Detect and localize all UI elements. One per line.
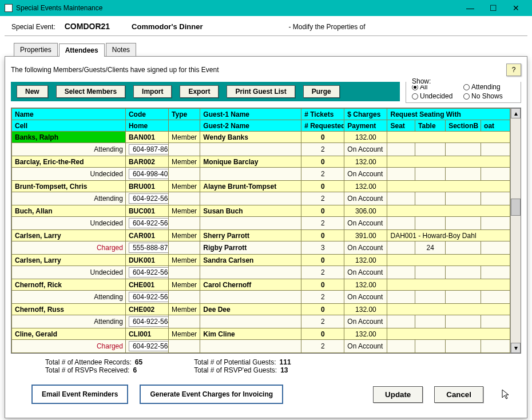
import-button[interactable]: Import bbox=[133, 85, 172, 98]
cell-guest1[interactable]: Wendy Banks bbox=[200, 132, 301, 143]
cell-status[interactable]: Undecided bbox=[12, 217, 126, 230]
col-section[interactable]: SectionB bbox=[446, 120, 481, 132]
cell-phone[interactable]: 604-998-4023 bbox=[125, 168, 168, 181]
cell-type[interactable]: Member bbox=[169, 230, 200, 241]
cell-seat[interactable] bbox=[387, 266, 415, 279]
tab-properties[interactable]: Properties bbox=[14, 43, 58, 56]
cell-boat[interactable] bbox=[481, 192, 510, 205]
table-row[interactable]: Undecided604-998-40232On Account bbox=[12, 168, 510, 181]
cell-phone[interactable]: 604-922-5646 bbox=[125, 217, 168, 230]
cell-guest1[interactable]: Sandra Carlsen bbox=[200, 255, 301, 266]
cell-code[interactable]: BUC001 bbox=[125, 205, 168, 217]
table-row[interactable]: Cline, GeraldCLI001MemberKim Cline0132.0… bbox=[12, 328, 510, 340]
cell-seat[interactable] bbox=[387, 241, 415, 255]
scroll-thumb[interactable] bbox=[511, 199, 521, 216]
cell-charges[interactable]: 132.00 bbox=[344, 328, 387, 340]
tab-notes[interactable]: Notes bbox=[106, 43, 136, 56]
cell-section[interactable] bbox=[446, 291, 481, 304]
cell-section[interactable] bbox=[446, 340, 481, 353]
select-members-button[interactable]: Select Members bbox=[56, 85, 125, 98]
purge-button[interactable]: Purge bbox=[303, 85, 340, 98]
col-request-seating[interactable]: Request Seating With bbox=[387, 109, 510, 120]
cell-name[interactable]: Banks, Ralph bbox=[12, 132, 126, 143]
cell-type[interactable]: Member bbox=[169, 328, 200, 340]
table-row[interactable]: Charged555-888-8765Rigby Parrott3On Acco… bbox=[12, 241, 510, 255]
cell-name[interactable]: Carlsen, Larry bbox=[12, 255, 126, 266]
cell-charges[interactable]: 132.00 bbox=[344, 132, 387, 143]
cell-seating[interactable]: DAH001 - Howard-Boy Dahl bbox=[387, 230, 510, 241]
table-row[interactable]: Charged604-922-56462On Account bbox=[12, 340, 510, 353]
table-row[interactable]: Chernoff, RussCHE002MemberDee Dee0132.00 bbox=[12, 304, 510, 315]
cell-charges[interactable]: 132.00 bbox=[344, 181, 387, 192]
cell-table[interactable] bbox=[415, 192, 446, 205]
cell-type[interactable]: Member bbox=[169, 255, 200, 266]
cell-type[interactable]: Member bbox=[169, 156, 200, 168]
cell-tickets[interactable]: 0 bbox=[301, 181, 344, 192]
cell-guest2[interactable] bbox=[200, 168, 301, 181]
cell-status[interactable]: Attending bbox=[12, 192, 126, 205]
cell-phone[interactable]: 604-922-5646 bbox=[125, 291, 168, 304]
cell-name[interactable]: Barclay, Eric-the-Red bbox=[12, 156, 126, 168]
col-code[interactable]: Code bbox=[125, 109, 168, 120]
cell-phone[interactable]: 604-922-5646 bbox=[125, 340, 168, 353]
cell-guest1[interactable]: Susan Buch bbox=[200, 205, 301, 217]
cell-code[interactable]: BAR002 bbox=[125, 156, 168, 168]
cell-seating[interactable] bbox=[387, 279, 510, 291]
cell-table[interactable] bbox=[415, 340, 446, 353]
cell-charges[interactable]: 132.00 bbox=[344, 304, 387, 315]
cell-section[interactable] bbox=[446, 168, 481, 181]
cell-boat[interactable] bbox=[481, 340, 510, 353]
cell-code[interactable]: BAN001 bbox=[125, 132, 168, 143]
print-guest-list-button[interactable]: Print Guest List bbox=[227, 85, 295, 98]
cell-type[interactable]: Member bbox=[169, 205, 200, 217]
cell-table[interactable]: 24 bbox=[415, 241, 446, 255]
cell-section[interactable] bbox=[446, 143, 481, 156]
cell-charges[interactable]: 132.00 bbox=[344, 156, 387, 168]
table-row[interactable]: Buch, AllanBUC001MemberSusan Buch0306.00 bbox=[12, 205, 510, 217]
cell-table[interactable] bbox=[415, 266, 446, 279]
cell-status[interactable]: Undecided bbox=[12, 266, 126, 279]
col-table[interactable]: Table bbox=[415, 120, 446, 132]
table-row[interactable]: Undecided604-922-56462On Account bbox=[12, 266, 510, 279]
cell-type[interactable]: Member bbox=[169, 132, 200, 143]
cell-seating[interactable] bbox=[387, 205, 510, 217]
table-row[interactable]: Carlsen, LarryCAR001MemberSherry Parrott… bbox=[12, 230, 510, 241]
cell-tickets[interactable]: 0 bbox=[301, 230, 344, 241]
table-row[interactable]: Barclay, Eric-the-RedBAR002MemberMonique… bbox=[12, 156, 510, 168]
cell-name[interactable]: Chernoff, Russ bbox=[12, 304, 126, 315]
cell-name[interactable]: Chernoff, Rick bbox=[12, 279, 126, 291]
cell-payment[interactable]: On Account bbox=[344, 143, 387, 156]
cell-payment[interactable]: On Account bbox=[344, 217, 387, 230]
cell-requested[interactable]: 3 bbox=[301, 241, 344, 255]
cell-charges[interactable]: 306.00 bbox=[344, 205, 387, 217]
cell-code[interactable]: CHE001 bbox=[125, 279, 168, 291]
generate-charges-button[interactable]: Generate Event Charges for Invoicing bbox=[140, 385, 283, 404]
cell-guest1[interactable]: Monique Barclay bbox=[200, 156, 301, 168]
cell-seating[interactable] bbox=[387, 181, 510, 192]
cell-seat[interactable] bbox=[387, 340, 415, 353]
cell-table[interactable] bbox=[415, 143, 446, 156]
table-row[interactable]: Attending604-922-56462On Account bbox=[12, 192, 510, 205]
cell-status[interactable]: Attending bbox=[12, 315, 126, 328]
close-button[interactable]: ✕ bbox=[505, 0, 527, 16]
cell-table[interactable] bbox=[415, 168, 446, 181]
cell-seat[interactable] bbox=[387, 291, 415, 304]
col-boat[interactable]: oat bbox=[481, 120, 510, 132]
cell-payment[interactable]: On Account bbox=[344, 266, 387, 279]
cell-section[interactable] bbox=[446, 241, 481, 255]
cell-payment[interactable]: On Account bbox=[344, 241, 387, 255]
cell-guest2[interactable] bbox=[200, 217, 301, 230]
cell-boat[interactable] bbox=[481, 143, 510, 156]
col-guest2[interactable]: Guest-2 Name bbox=[200, 120, 301, 132]
cell-payment[interactable]: On Account bbox=[344, 340, 387, 353]
cell-requested[interactable]: 2 bbox=[301, 168, 344, 181]
cell-guest2[interactable] bbox=[200, 143, 301, 156]
export-button[interactable]: Export bbox=[180, 85, 219, 98]
cell-boat[interactable] bbox=[481, 217, 510, 230]
scroll-up-icon[interactable]: ▴ bbox=[511, 108, 521, 118]
cell-tickets[interactable]: 0 bbox=[301, 279, 344, 291]
cell-status[interactable]: Undecided bbox=[12, 168, 126, 181]
cell-requested[interactable]: 2 bbox=[301, 291, 344, 304]
table-row[interactable]: Attending604-922-56462On Account bbox=[12, 291, 510, 304]
cell-guest1[interactable]: Sherry Parrott bbox=[200, 230, 301, 241]
